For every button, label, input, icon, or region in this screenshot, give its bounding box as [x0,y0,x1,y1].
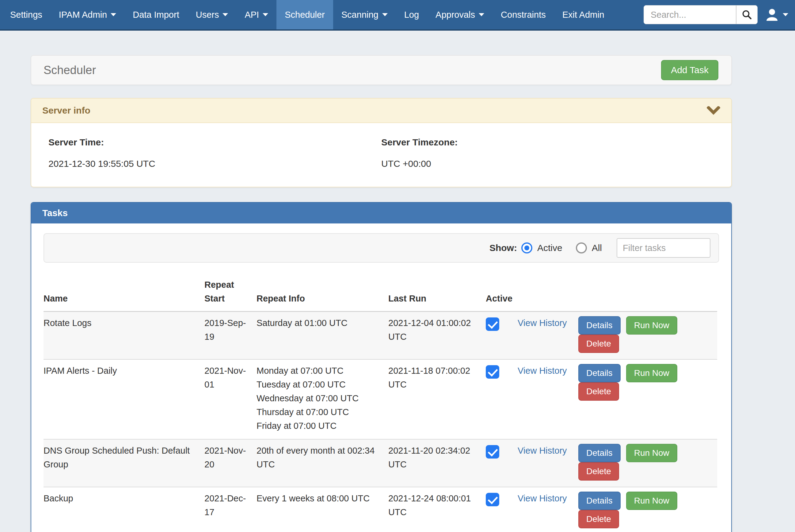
chevron-down-icon [707,106,720,115]
task-repeat-start: 2021-Nov-01 [204,359,256,439]
active-checkbox[interactable] [486,318,499,331]
active-checkbox[interactable] [486,445,499,458]
task-row-ipam-alerts: IPAM Alerts - Daily 2021-Nov-01 Monday a… [43,359,717,439]
search-input[interactable] [644,5,736,24]
nav-items: Settings IPAM Admin Data Import Users AP… [2,0,613,30]
nav-item-label: Data Import [133,10,179,20]
caret-down-icon [222,13,228,16]
search-icon [742,10,752,20]
task-row-rotate-logs: Rotate Logs 2019-Sep-19 Saturday at 01:0… [43,311,717,359]
server-timezone-value: UTC +00:00 [381,158,714,169]
task-repeat-start: 2021-Nov-20 [204,439,256,487]
nav-item-label: Approvals [435,10,475,20]
col-header-actions [578,263,717,311]
run-now-button[interactable]: Run Now [626,316,677,335]
server-timezone-block: Server Timezone: UTC +00:00 [381,137,714,169]
add-task-button[interactable]: Add Task [661,60,718,80]
col-header-history [518,263,578,311]
col-header-repeat-start: Repeat Start [204,263,256,311]
task-last-run: 2021-11-18 07:00:02 UTC [388,359,486,439]
nav-item-label: IPAM Admin [59,10,107,20]
task-name: Backup [43,487,204,532]
task-name: Rotate Logs [43,311,204,359]
nav-item-label: Users [196,10,219,20]
server-time-value: 2021-12-30 19:55:05 UTC [49,158,381,169]
caret-down-icon [479,13,484,16]
active-checkbox[interactable] [486,365,499,379]
view-history-link[interactable]: View History [518,446,567,455]
tasks-panel-title: Tasks [31,203,731,224]
col-header-repeat-info: Repeat Info [256,263,388,311]
col-header-active: Active [486,263,518,311]
nav-item-approvals[interactable]: Approvals [427,0,492,30]
task-last-run: 2021-11-20 02:34:02 UTC [388,439,486,487]
details-button[interactable]: Details [578,364,620,382]
show-label: Show: [489,243,517,253]
delete-button[interactable]: Delete [578,510,619,528]
delete-button[interactable]: Delete [578,335,619,353]
nav-item-constraints[interactable]: Constraints [492,0,554,30]
show-active-option[interactable]: Active [521,243,562,253]
task-name: IPAM Alerts - Daily [43,359,204,439]
server-info-body: Server Time: 2021-12-30 19:55:05 UTC Ser… [31,123,731,187]
nav-item-label: Constraints [501,10,546,20]
search-button[interactable] [736,5,757,24]
navbar-right [644,0,795,30]
server-info-title: Server info [42,105,707,116]
nav-item-api[interactable]: API [236,0,276,30]
tasks-table: Name Repeat Start Repeat Info Last Run A… [43,263,717,532]
server-time-label: Server Time: [49,137,381,148]
nav-item-users[interactable]: Users [187,0,237,30]
radio-active[interactable] [521,243,532,253]
radio-all[interactable] [576,243,587,253]
task-row-dns-group-push: DNS Group Scheduled Push: Default Group … [43,439,717,487]
filter-bar: Show: Active All [43,233,719,263]
nav-item-settings[interactable]: Settings [2,0,51,30]
user-menu[interactable] [765,8,788,21]
details-button[interactable]: Details [578,316,620,335]
run-now-button[interactable]: Run Now [626,492,677,510]
view-history-link[interactable]: View History [518,366,567,376]
nav-item-log[interactable]: Log [396,0,427,30]
run-now-button[interactable]: Run Now [626,444,677,462]
page-title: Scheduler [43,64,661,77]
delete-button[interactable]: Delete [578,462,619,480]
nav-item-exit-admin[interactable]: Exit Admin [554,0,613,30]
col-header-name: Name [43,263,204,311]
page-header: Scheduler Add Task [31,55,732,85]
radio-active-label: Active [537,243,562,253]
nav-item-data-import[interactable]: Data Import [124,0,187,30]
view-history-link[interactable]: View History [518,318,567,328]
col-header-last-run: Last Run [388,263,486,311]
view-history-link[interactable]: View History [518,493,567,503]
nav-item-label: Scheduler [285,10,325,20]
run-now-button[interactable]: Run Now [626,364,677,382]
nav-item-label: Log [404,10,419,20]
server-info-panel: Server info Server Time: 2021-12-30 19:5… [31,98,732,187]
nav-item-scanning[interactable]: Scanning [333,0,396,30]
task-repeat-info: Monday at 07:00 UTC Tuesday at 07:00 UTC… [256,359,388,439]
server-info-header[interactable]: Server info [31,99,731,123]
tasks-panel: Tasks Show: Active All [31,202,732,532]
details-button[interactable]: Details [578,444,620,462]
task-repeat-info: Every 1 weeks at 08:00 UTC [256,487,388,532]
task-repeat-start: 2019-Sep-19 [204,311,256,359]
task-repeat-info: Saturday at 01:00 UTC [256,311,388,359]
filter-tasks-input[interactable] [617,238,710,258]
server-timezone-label: Server Timezone: [381,137,714,148]
radio-all-label: All [592,243,602,253]
delete-button[interactable]: Delete [578,382,619,401]
active-checkbox[interactable] [486,493,499,506]
top-navbar: Settings IPAM Admin Data Import Users AP… [0,0,795,31]
main-content: Scheduler Add Task Server info Server Ti… [31,31,732,532]
task-last-run: 2021-12-24 08:00:01 UTC [388,487,486,532]
tasks-panel-body: Show: Active All Name [31,224,731,532]
caret-down-icon [111,13,116,16]
details-button[interactable]: Details [578,492,620,510]
nav-item-ipam-admin[interactable]: IPAM Admin [51,0,124,30]
user-icon [765,8,778,21]
task-name: DNS Group Scheduled Push: Default Group [43,439,204,487]
nav-item-scheduler[interactable]: Scheduler [276,0,333,30]
show-all-option[interactable]: All [576,243,602,253]
server-time-block: Server Time: 2021-12-30 19:55:05 UTC [49,137,381,169]
